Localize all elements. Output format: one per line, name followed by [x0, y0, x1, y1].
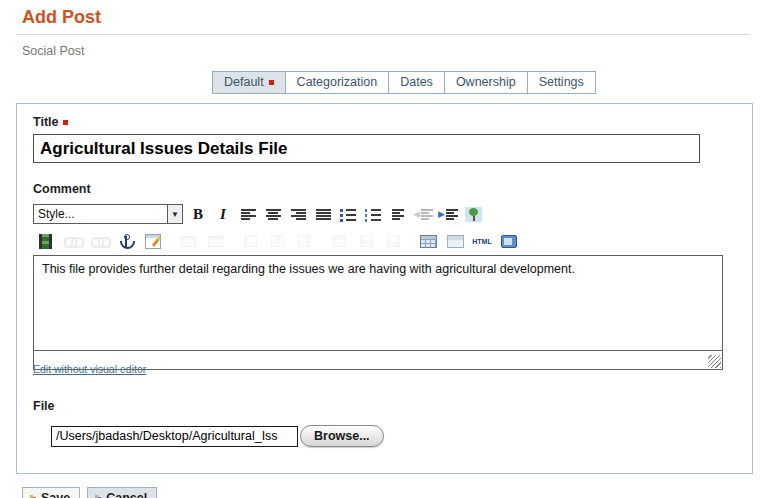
table-grid-icon — [420, 235, 437, 248]
outdent-icon: ◀ — [413, 208, 433, 221]
row-after-button — [356, 231, 376, 251]
column-delete-icon — [298, 235, 311, 247]
tab-categorization[interactable]: Categorization — [286, 71, 390, 94]
insert-image-button[interactable] — [463, 204, 483, 224]
align-center-button[interactable] — [263, 204, 283, 224]
table-icon — [181, 236, 196, 247]
column-before-button — [240, 231, 260, 251]
edit-note-icon — [145, 234, 161, 249]
align-left-icon — [241, 208, 256, 221]
insert-image-tree-icon — [465, 207, 482, 222]
form-panel: Title Comment Style... ▼ B I ◀ ▶ — [16, 103, 753, 474]
title-label-text: Title — [33, 115, 58, 129]
justify-button[interactable] — [313, 204, 333, 224]
indent-icon: ▶ — [438, 208, 458, 221]
tab-settings[interactable]: Settings — [528, 71, 596, 94]
editor-toolbar-row1: Style... ▼ B I ◀ ▶ — [33, 203, 736, 225]
anchor-button[interactable] — [116, 231, 136, 251]
unordered-list-icon — [340, 208, 356, 221]
edit-note-button[interactable] — [143, 231, 163, 251]
add-table-button[interactable] — [418, 231, 438, 251]
chevron-down-icon: ▼ — [167, 205, 182, 223]
file-path-input[interactable] — [51, 426, 298, 447]
film-icon — [39, 234, 52, 249]
align-right-button[interactable] — [288, 204, 308, 224]
editor-toolbar-row2: HTML — [35, 231, 736, 251]
outdent-button: ◀ — [413, 204, 433, 224]
column-after-icon — [271, 235, 284, 247]
comment-label-text: Comment — [33, 182, 91, 196]
column-before-icon — [244, 235, 257, 247]
insert-link-button — [62, 231, 82, 251]
browse-button[interactable]: Browse... — [300, 425, 384, 447]
row-before-icon — [333, 235, 346, 247]
title-input[interactable] — [33, 134, 700, 163]
tab-default-label: Default — [224, 75, 264, 89]
column-delete-button — [294, 231, 314, 251]
fullscreen-button[interactable] — [499, 231, 519, 251]
page-subtitle: Social Post — [16, 35, 752, 58]
row-delete-button — [383, 231, 403, 251]
editor-text: This file provides further detail regard… — [42, 262, 575, 276]
tab-dates-label: Dates — [400, 75, 433, 89]
required-indicator — [269, 80, 274, 85]
html-source-button[interactable]: HTML — [472, 231, 492, 251]
fullscreen-monitor-icon — [501, 235, 517, 248]
align-left-button[interactable] — [238, 204, 258, 224]
save-dots-icon — [29, 494, 37, 498]
cancel-button-label: Cancel — [106, 491, 147, 498]
editor-text-area[interactable]: This file provides further detail regard… — [33, 255, 723, 351]
bold-icon: B — [193, 206, 203, 223]
html-source-icon: HTML — [472, 238, 491, 245]
tab-categorization-label: Categorization — [297, 75, 378, 89]
row-before-button — [329, 231, 349, 251]
page-title: Add Post — [16, 5, 750, 35]
cancel-button[interactable]: Cancel — [87, 487, 157, 498]
table-button-1 — [178, 231, 198, 251]
definition-list-button[interactable] — [388, 204, 408, 224]
add-post-page: Add Post Social Post Default Categorizat… — [0, 0, 768, 498]
ordered-list-button[interactable] — [363, 204, 383, 224]
file-field-row: Browse... — [51, 425, 736, 447]
style-select[interactable]: Style... ▼ — [33, 204, 183, 224]
unlink-icon — [91, 237, 107, 246]
form-actions: Save Cancel — [22, 487, 752, 498]
tab-dates[interactable]: Dates — [389, 71, 445, 94]
save-button[interactable]: Save — [22, 487, 80, 498]
align-center-icon — [266, 208, 281, 221]
tab-ownership-label: Ownership — [456, 75, 516, 89]
table-button-2 — [205, 231, 225, 251]
tab-ownership[interactable]: Ownership — [445, 71, 528, 94]
tab-bar: Default Categorization Dates Ownership S… — [212, 71, 752, 94]
tab-settings-label: Settings — [539, 75, 584, 89]
row-delete-icon — [387, 235, 400, 247]
title-label: Title — [33, 115, 736, 129]
style-select-value: Style... — [34, 207, 167, 221]
resize-grip[interactable] — [708, 355, 721, 368]
table-properties-button[interactable] — [445, 231, 465, 251]
file-label-text: File — [33, 399, 55, 413]
rich-text-editor: This file provides further detail regard… — [33, 255, 723, 370]
anchor-icon — [120, 234, 133, 249]
align-right-icon — [291, 208, 306, 221]
link-icon — [64, 237, 80, 246]
insert-video-button[interactable] — [35, 231, 55, 251]
save-button-label: Save — [41, 491, 70, 498]
unordered-list-button[interactable] — [338, 204, 358, 224]
table-plain-icon — [447, 235, 464, 248]
bold-button[interactable]: B — [188, 204, 208, 224]
column-after-button — [267, 231, 287, 251]
file-label: File — [33, 399, 736, 413]
italic-icon: I — [220, 206, 226, 223]
tab-default[interactable]: Default — [212, 71, 286, 94]
cancel-dots-icon — [94, 494, 102, 498]
edit-without-visual-editor-link[interactable]: Edit without visual editor — [33, 363, 146, 375]
comment-label: Comment — [33, 182, 736, 196]
justify-icon — [316, 208, 331, 221]
table-icon — [208, 236, 223, 247]
required-indicator — [63, 120, 68, 125]
definition-list-icon — [392, 208, 404, 221]
italic-button[interactable]: I — [213, 204, 233, 224]
indent-button[interactable]: ▶ — [438, 204, 458, 224]
remove-link-button — [89, 231, 109, 251]
